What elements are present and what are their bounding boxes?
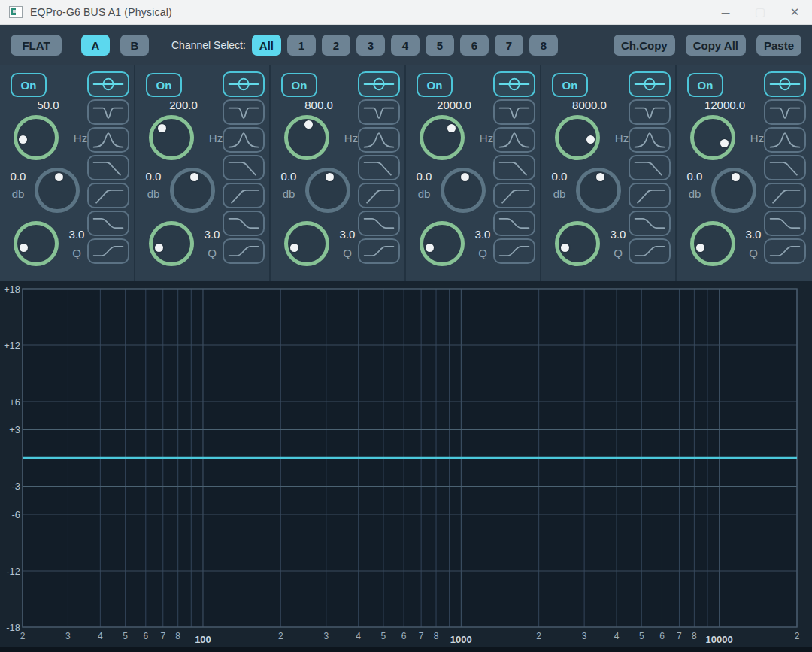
band-1-filter-low-pass-button[interactable] [87,155,129,180]
band-1-q-unit: Q [63,247,90,259]
low-pass-icon [224,156,263,179]
channel-button-5[interactable]: 5 [426,35,454,56]
y-axis-label: +18 [4,284,20,295]
peak-bell-icon [630,73,669,96]
x-axis-label: 6 [659,631,665,641]
band-3-q-value: 3.0 [334,228,361,241]
minimize-button[interactable]: ─ [708,0,743,24]
band-5-q-value: 3.0 [604,228,632,241]
band-4-frequency-knob[interactable] [420,115,465,160]
band-3-filter-low-pass-button[interactable] [358,155,400,180]
band-4-filter-peak-bell-button[interactable] [493,71,535,97]
band-4-on-button[interactable]: On [417,73,453,97]
band-6-filter-low-pass-button[interactable] [764,155,806,180]
band-3-filter-peak-bell-button[interactable] [358,71,400,97]
band-6-filter-type-buttons [764,71,806,264]
band-2-filter-band-pass-button[interactable] [223,127,265,153]
shelf-down-icon [224,212,263,235]
ch-copy-button[interactable]: Ch.Copy [614,35,675,56]
band-6-filter-shelf-up-button[interactable] [764,238,806,264]
band-2-filter-high-pass-button[interactable] [223,183,265,208]
channel-button-1[interactable]: 1 [287,35,316,56]
band-2-on-button[interactable]: On [146,73,182,97]
band-2-frequency-knob[interactable] [149,115,194,160]
band-6-on-button[interactable]: On [687,73,723,97]
channel-button-7[interactable]: 7 [495,35,523,56]
band-5-filter-peak-bell-button[interactable] [629,71,671,97]
preset-b-button[interactable]: B [120,35,149,56]
band-3-filter-band-pass-button[interactable] [358,127,400,153]
band-2-gain-knob[interactable] [170,168,215,213]
band-4-filter-shelf-up-button[interactable] [493,238,535,264]
band-5-filter-high-pass-button[interactable] [629,183,671,208]
flat-button[interactable]: FLAT [11,35,62,56]
band-6-frequency-knob[interactable] [690,115,735,160]
band-6-filter-high-pass-button[interactable] [764,183,806,208]
y-axis-label: -18 [6,622,20,633]
band-4-filter-notch-button[interactable] [493,99,535,125]
band-6-filter-peak-bell-button[interactable] [764,71,806,97]
band-3-filter-notch-button[interactable] [358,99,400,125]
band-4-filter-shelf-down-button[interactable] [493,211,535,236]
band-3-on-button[interactable]: On [281,73,317,97]
eq-band-5: On8000.0Hz0.0db3.0Q [541,65,677,281]
band-3-filter-high-pass-button[interactable] [358,183,400,208]
channel-button-6[interactable]: 6 [460,35,489,56]
band-3-frequency-knob[interactable] [284,115,329,160]
band-5-filter-band-pass-button[interactable] [629,127,671,153]
band-1-filter-notch-button[interactable] [87,99,129,125]
band-5-filter-shelf-up-button[interactable] [629,238,671,264]
band-5-filter-low-pass-button[interactable] [629,155,671,180]
band-4-filter-band-pass-button[interactable] [493,127,535,153]
preset-a-button[interactable]: A [81,35,110,56]
x-axis-label: 2 [536,631,541,641]
band-4-gain-knob[interactable] [441,168,486,213]
eq-response-plot[interactable]: +18+12+6+3-3-6-12-1823456781002345678100… [0,281,812,652]
band-6-q-knob[interactable] [690,221,735,266]
band-1-filter-high-pass-button[interactable] [87,183,129,208]
channel-button-4[interactable]: 4 [391,35,420,56]
band-5-filter-shelf-down-button[interactable] [629,211,671,236]
window-title: EQPro-G6 BUS A1 (Physical) [30,6,172,18]
band-5-on-button[interactable]: On [552,73,588,97]
band-4-gain-unit: db [411,187,438,200]
band-1-on-button[interactable]: On [11,73,47,97]
band-5-filter-notch-button[interactable] [629,99,671,125]
band-2-filter-peak-bell-button[interactable] [223,71,265,97]
band-2-filter-notch-button[interactable] [223,99,265,125]
band-2-q-knob[interactable] [149,221,194,266]
band-3-filter-shelf-up-button[interactable] [358,238,400,264]
channel-button-8[interactable]: 8 [529,35,558,56]
band-1-frequency-knob[interactable] [14,115,59,160]
band-4-q-knob[interactable] [420,221,465,266]
band-6-gain-knob[interactable] [711,168,756,213]
channel-button-2[interactable]: 2 [322,35,350,56]
channel-button-all[interactable]: All [252,35,281,56]
paste-button[interactable]: Paste [756,35,801,56]
band-2-filter-shelf-down-button[interactable] [223,211,265,236]
band-5-frequency-knob[interactable] [555,115,600,160]
band-1-filter-peak-bell-button[interactable] [87,71,129,97]
band-1-filter-band-pass-button[interactable] [87,127,129,153]
band-6-filter-band-pass-button[interactable] [764,127,806,153]
copy-all-button[interactable]: Copy All [686,35,746,56]
band-3-filter-shelf-down-button[interactable] [358,211,400,236]
band-2-filter-low-pass-button[interactable] [223,155,265,180]
band-1-filter-shelf-down-button[interactable] [87,211,129,236]
maximize-button[interactable]: ▢ [743,0,777,24]
band-6-filter-notch-button[interactable] [764,99,806,125]
band-5-gain-unit: db [546,187,573,200]
band-3-gain-knob[interactable] [305,168,350,213]
band-1-filter-shelf-up-button[interactable] [87,238,129,264]
band-6-filter-shelf-down-button[interactable] [764,211,806,236]
band-4-filter-low-pass-button[interactable] [493,155,535,180]
band-2-filter-shelf-up-button[interactable] [223,238,265,264]
band-5-gain-knob[interactable] [576,168,621,213]
close-button[interactable]: ✕ [777,0,812,24]
channel-button-3[interactable]: 3 [356,35,385,56]
band-3-q-knob[interactable] [284,221,329,266]
band-5-q-knob[interactable] [555,221,600,266]
band-4-filter-high-pass-button[interactable] [493,183,535,208]
band-1-q-knob[interactable] [14,221,59,266]
band-1-gain-knob[interactable] [35,168,80,213]
